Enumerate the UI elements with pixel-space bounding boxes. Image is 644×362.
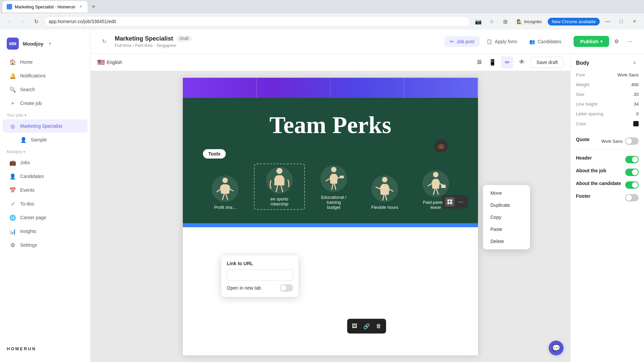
sidebar-item-label: Events [20,187,35,193]
banner-col-3 [330,78,404,98]
context-menu-duplicate[interactable]: Duplicate [485,199,528,211]
perk-figure [212,175,238,202]
publish-label: Publish [580,39,598,44]
panel-title: Body [576,60,589,66]
briefcase-button[interactable]: 💼 [434,139,448,153]
active-tab[interactable]: Marketing Specialist · Homerun × [3,1,88,12]
job-title-row: Marketing Specialist Draft [115,35,192,42]
sidebar-item-todos[interactable]: ✓ To-dos [3,197,88,210]
open-new-tab-toggle[interactable] [280,284,293,292]
panel-close-button[interactable]: × [631,59,639,67]
open-new-tab-label: Open in new tab [227,285,261,291]
context-menu: Move Duplicate Copy Paste Delete [483,185,530,249]
brand-chevron[interactable]: ▾ [49,41,51,46]
close-window-icon[interactable]: × [629,16,640,27]
header-toggle[interactable] [625,156,639,163]
svg-line-26 [433,189,435,195]
quote-toggle[interactable] [625,137,639,145]
panel-row-about-candidate: About the candidate [576,181,639,189]
preview-mode-btn[interactable]: 👁 [516,56,528,68]
link-icon-btn[interactable]: 🔗 [361,321,372,331]
avatar: MM [7,38,19,50]
svg-rect-3 [450,202,452,204]
sidebar-item-marketing-specialist[interactable]: ◎ Marketing Specialist [3,119,88,133]
canvas-wrapper: ⋯ Team Perks Tools 🖼 � [91,71,570,362]
mobile-view-btn[interactable]: 📱 [486,56,498,68]
footer-toggle[interactable] [625,194,639,201]
about-job-toggle[interactable] [625,169,639,176]
new-tab-button[interactable]: + [89,2,98,11]
perk-label: ee sportsmbership [270,196,288,206]
size-value: 20 [634,92,639,97]
block-more-button[interactable]: ⋯ [456,197,465,206]
about-job-label: About the job [576,168,606,173]
color-swatch[interactable] [633,121,639,126]
svg-line-22 [385,195,387,200]
moodjoy-section[interactable]: Moodjoy ▾ [0,147,90,156]
context-menu-move[interactable]: Move [485,187,528,199]
grid-icon[interactable]: ⊞ [500,16,511,27]
sidebar-item-sample[interactable]: 👤 Sample [3,133,88,146]
incognito-button[interactable]: 🕵 Incognito [513,18,545,25]
view-toggle: 🖥 📱 [473,56,498,68]
restore-icon[interactable]: □ [616,16,627,27]
bookmark-icon[interactable]: ☆ [486,16,497,27]
camera-icon[interactable]: 📷 [473,16,484,27]
apply-form-label: Apply form [495,39,517,44]
tab-favicon [7,4,12,9]
back-button[interactable]: ‹ [4,16,15,27]
size-label: Size [576,92,584,97]
svg-rect-2 [447,202,449,204]
panel-divider-2 [576,149,639,150]
job-post-tab[interactable]: ✏ Job post [444,36,480,47]
toolbar-right: 🖥 📱 ✏ 👁 Save draft [473,56,564,68]
candidates-icon: 👥 [529,39,535,44]
save-draft-button[interactable]: Save draft [531,57,564,68]
new-chrome-button[interactable]: New Chrome available [548,18,600,25]
browser-nav-actions: 📷 ☆ ⊞ 🕵 Incognito New Chrome available —… [473,16,640,27]
settings-gear-button[interactable]: ⚙ [610,36,623,48]
minimize-icon[interactable]: — [602,16,613,27]
sidebar-item-notifications[interactable]: 🔔 Notifications [3,69,88,82]
tools-tag: Tools [203,149,458,165]
sidebar-item-create-job[interactable]: ＋ Create job [3,97,88,110]
publish-button[interactable]: Publish ▾ [574,36,609,47]
edit-mode-btn[interactable]: ✏ [501,56,513,68]
sidebar-item-career-page[interactable]: 🌐 Career page [3,211,88,224]
sidebar-item-candidates[interactable]: 👤 Candidates [3,170,88,183]
tab-close-btn[interactable]: × [78,4,84,9]
svg-rect-28 [441,185,446,188]
link-url-input[interactable] [227,269,293,281]
canvas: ⋯ Team Perks Tools 🖼 � [183,78,478,355]
about-candidate-toggle[interactable] [625,181,639,189]
candidates-tab[interactable]: 👥 Candidates [524,36,567,47]
chat-button[interactable]: 💬 [549,341,564,355]
perk-figure [371,175,398,202]
image-icon-btn[interactable]: 🖼 [349,321,360,331]
sidebar-item-events[interactable]: 📅 Events [3,183,88,197]
panel-row-letter-spacing: Letter spacing 0 [576,111,639,116]
sidebar-item-insights[interactable]: 📊 Insights [3,225,88,238]
apply-form-tab[interactable]: 📋 Apply form [481,36,523,47]
context-menu-paste[interactable]: Paste [485,223,528,235]
your-jobs-section[interactable]: Your jobs ▾ [0,110,90,119]
block-tool-grid-icon[interactable] [445,197,454,206]
canvas-banner [183,78,478,98]
refresh-button[interactable]: ↻ [31,16,42,27]
more-options-button[interactable]: ⋯ [624,36,636,48]
address-bar[interactable]: app.homerun.co/job/336451/edit [44,16,470,27]
context-menu-delete[interactable]: Delete [485,235,528,247]
panel-row-weight: Weight 400 [576,82,639,87]
forward-button[interactable]: › [17,16,28,27]
sync-button[interactable]: ↻ [99,36,109,47]
image-toolbar: 🖼 🔗 🗑 [347,319,386,334]
perk-item-selected: ee sportsmbership [254,164,305,210]
delete-icon-btn[interactable]: 🗑 [373,321,384,331]
sidebar-item-search[interactable]: 🔍 Search [3,83,88,96]
desktop-view-btn[interactable]: 🖥 [473,56,485,68]
context-menu-copy[interactable]: Copy [485,211,528,223]
sidebar-item-settings[interactable]: ⚙ Settings [3,238,88,252]
sidebar-item-jobs[interactable]: 💼 Jobs [3,156,88,169]
sidebar-item-home[interactable]: 🏠 Home [3,55,88,69]
language-selector[interactable]: 🇺🇸 English [97,59,122,66]
